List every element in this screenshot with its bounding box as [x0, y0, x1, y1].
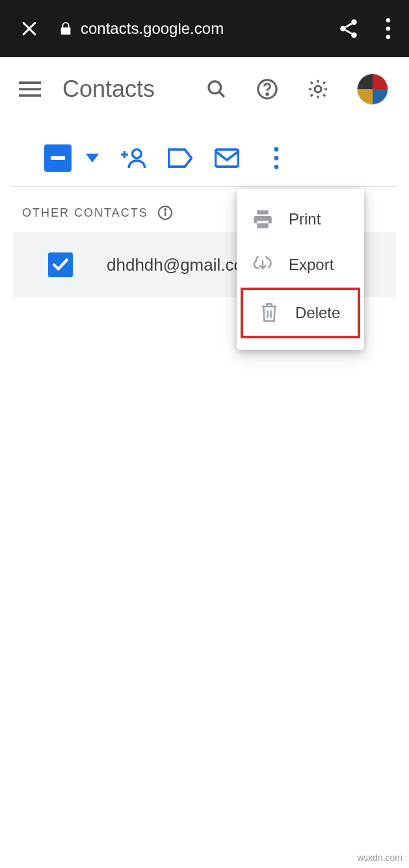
app-title: Contacts	[62, 75, 155, 103]
svg-rect-16	[51, 156, 65, 160]
url-bar[interactable]: contacts.google.com	[59, 20, 337, 38]
gear-icon[interactable]	[306, 77, 330, 101]
print-icon	[252, 210, 273, 228]
trash-icon	[259, 303, 280, 323]
menu-item-print[interactable]: Print	[237, 197, 364, 242]
menu-item-export[interactable]: Export	[237, 242, 364, 288]
select-indeterminate-checkbox[interactable]	[44, 144, 72, 172]
svg-point-3	[340, 26, 346, 32]
help-icon[interactable]	[256, 77, 279, 101]
svg-point-6	[386, 27, 390, 31]
svg-point-23	[274, 165, 279, 169]
contact-checkbox[interactable]	[48, 252, 73, 277]
lock-icon	[59, 20, 73, 37]
svg-point-4	[351, 33, 357, 38]
info-icon[interactable]	[157, 205, 173, 221]
svg-rect-20	[215, 150, 238, 167]
menu-label: Delete	[295, 304, 340, 322]
selection-toolbar	[13, 144, 396, 187]
section-label: OTHER CONTACTS	[22, 206, 148, 220]
export-icon	[252, 256, 273, 273]
app-header: Contacts	[0, 57, 409, 121]
avatar[interactable]	[357, 74, 388, 105]
svg-point-22	[274, 156, 279, 161]
svg-point-7	[386, 35, 390, 39]
contact-email: dhdhdh@gmail.com	[107, 255, 257, 275]
add-contact-icon[interactable]	[121, 146, 146, 170]
label-icon[interactable]	[168, 146, 192, 170]
svg-point-19	[133, 149, 142, 158]
svg-line-12	[219, 92, 224, 97]
browser-more-icon[interactable]	[386, 18, 391, 39]
svg-point-14	[267, 94, 268, 95]
share-icon[interactable]	[337, 18, 360, 40]
url-text: contacts.google.com	[81, 20, 224, 38]
email-icon[interactable]	[215, 146, 239, 170]
svg-point-21	[274, 147, 279, 152]
menu-label: Export	[289, 256, 334, 274]
menu-label: Print	[289, 210, 321, 228]
svg-point-11	[209, 81, 221, 94]
watermark: wsxdn.com	[357, 852, 402, 863]
chevron-down-icon[interactable]	[86, 154, 99, 163]
search-icon[interactable]	[205, 77, 228, 101]
svg-point-2	[351, 20, 357, 25]
close-icon[interactable]	[18, 18, 40, 40]
menu-icon[interactable]	[18, 77, 42, 101]
highlight-box: Delete	[241, 288, 360, 338]
svg-point-26	[165, 209, 166, 210]
menu-item-delete[interactable]: Delete	[243, 290, 358, 336]
browser-bar: contacts.google.com	[0, 0, 409, 57]
more-vert-icon[interactable]	[264, 146, 289, 170]
svg-point-5	[386, 18, 390, 22]
svg-point-15	[315, 86, 321, 92]
context-menu: Print Export Delete	[237, 189, 364, 350]
